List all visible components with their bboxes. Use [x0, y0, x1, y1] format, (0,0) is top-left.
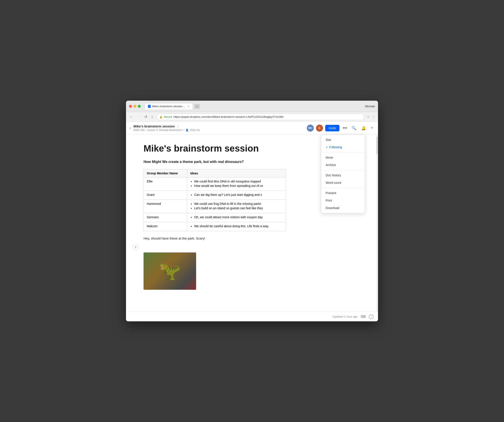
address-field[interactable]: 🔒 Secure https://paper.dropbox.com/doc/M…: [156, 114, 364, 120]
table-cell-name: Ellie: [144, 177, 187, 191]
add-block-container: +: [144, 244, 359, 250]
back-nav-button[interactable]: ‹: [130, 126, 131, 130]
menu-item-following[interactable]: Following: [321, 143, 365, 151]
tab-favicon: [148, 105, 151, 108]
table-row: Ellie We could find dino DNA in old mosq…: [144, 177, 286, 191]
search-icon: 🔍: [352, 126, 356, 130]
privacy-icon: 👤: [186, 129, 189, 132]
menu-item-doc-history[interactable]: Doc history: [321, 171, 365, 179]
maximize-traffic-light[interactable]: [138, 105, 141, 108]
scrollbar-thumb[interactable]: [377, 137, 378, 154]
forward-button[interactable]: →: [136, 115, 141, 119]
tab-title: Mike's brainstorm session – D: [152, 105, 185, 108]
table-row: Malcom We should be careful about doing …: [144, 222, 286, 231]
traffic-lights: [129, 105, 141, 108]
table-row: Hammond We could use frog DNA to fill in…: [144, 200, 286, 213]
notification-button[interactable]: 🔔: [360, 125, 367, 131]
browser-tab[interactable]: Mike's brainstorm session – D ×: [145, 103, 193, 110]
invite-button[interactable]: Invite: [325, 125, 339, 131]
menu-item-present[interactable]: Present: [321, 189, 365, 197]
tab-close-button[interactable]: ×: [188, 105, 190, 108]
menu-item-word-count[interactable]: Word count: [321, 179, 365, 186]
dinosaur-emoji: 🦖: [159, 261, 181, 281]
updated-timestamp: Updated 1 hour ago: [332, 315, 358, 318]
bullet-separator: •: [183, 128, 184, 132]
title-bar: Mike's brainstorm session – D × + Michae…: [126, 101, 378, 112]
document-paragraph: Hey, should have these at the park. Scar…: [144, 236, 359, 240]
star-icon[interactable]: ☆: [176, 125, 179, 128]
new-tab-button[interactable]: +: [194, 104, 200, 109]
secure-icon: 🔒: [159, 115, 162, 118]
table-cell-ideas: We could use frog DNA to fill in the mis…: [187, 200, 286, 213]
notification-icon: 🔔: [361, 126, 366, 130]
doc-subtitle: DMD 100 - Lesson 2: Develop Brainstorm •…: [133, 128, 307, 132]
table-row: Gennaro Oh, we could attract more visito…: [144, 213, 286, 222]
menu-item-star[interactable]: Star: [321, 136, 365, 143]
menu-divider-3: [321, 188, 365, 188]
avatar-g[interactable]: G: [316, 125, 323, 132]
privacy-label: Only me: [190, 128, 200, 132]
add-button[interactable]: +: [369, 125, 374, 131]
url-text: https://paper.dropbox.com/doc/Mikes-brai…: [174, 115, 283, 118]
menu-item-archive[interactable]: Archive: [321, 161, 365, 169]
table-header-ideas: Ideas: [187, 169, 286, 177]
breadcrumb: DMD 100 - Lesson 2: Develop Brainstorm: [133, 128, 182, 132]
table-cell-name: Gennaro: [144, 213, 187, 222]
table-header-name: Group Member Name: [144, 169, 187, 177]
tab-area: Mike's brainstorm session – D × +: [145, 103, 363, 110]
browser-menu-button[interactable]: ⋮: [372, 115, 375, 119]
home-button[interactable]: ⌂: [150, 115, 154, 119]
address-bar: ← → ↺ ⌂ 🔒 Secure https://paper.dropbox.c…: [126, 112, 378, 122]
search-button[interactable]: 🔍: [350, 125, 358, 131]
table-cell-name: Grant: [144, 191, 187, 200]
help-icon[interactable]: ?: [369, 314, 374, 319]
minimize-traffic-light[interactable]: [133, 105, 136, 108]
app-header: ‹ Mike's brainstorm session ☆ DMD 100 - …: [126, 122, 378, 135]
dropdown-menu: Star Following Move Archive Doc history …: [321, 135, 365, 213]
table-cell-ideas: We should be careful about doing this. L…: [187, 222, 286, 231]
doc-info: Mike's brainstorm session ☆ DMD 100 - Le…: [133, 124, 307, 132]
dinosaur-image: 🦖: [144, 252, 196, 290]
content-footer: Updated 1 hour ago ⌨ ?: [126, 312, 378, 321]
more-options-button[interactable]: •••: [342, 125, 348, 131]
table-cell-ideas: Oh, we could attract more visitors with …: [187, 213, 286, 222]
browser-window: Mike's brainstorm session – D × + Michae…: [126, 101, 378, 321]
keyboard-icon[interactable]: ⌨: [361, 315, 366, 319]
menu-item-print[interactable]: Print: [321, 197, 365, 204]
menu-divider-1: [321, 152, 365, 153]
avatar-mc[interactable]: MC: [307, 125, 314, 132]
user-name: Michael: [365, 105, 375, 108]
menu-divider-2: [321, 170, 365, 170]
doc-title-row: Mike's brainstorm session ☆: [133, 124, 307, 128]
brainstorm-table: Group Member Name Ideas Ellie We could f…: [144, 169, 286, 231]
secure-label: Secure: [164, 115, 172, 118]
back-button[interactable]: ←: [129, 115, 134, 119]
plus-icon: +: [371, 126, 373, 130]
menu-item-download[interactable]: Download: [321, 204, 365, 212]
menu-item-move[interactable]: Move: [321, 154, 365, 161]
refresh-button[interactable]: ↺: [144, 114, 148, 119]
add-block-button[interactable]: +: [132, 244, 139, 250]
bookmark-button[interactable]: ☆: [367, 115, 370, 119]
table-cell-name: Malcom: [144, 222, 187, 231]
table-cell-ideas: Can we dig them up? Let's just start dig…: [187, 191, 286, 200]
scrollbar[interactable]: [376, 135, 378, 312]
doc-title: Mike's brainstorm session: [133, 124, 175, 128]
close-traffic-light[interactable]: [129, 105, 132, 108]
table-row: Grant Can we dig them up? Let's just sta…: [144, 191, 286, 200]
header-actions: MC G Invite ••• 🔍 🔔 +: [307, 125, 374, 132]
table-cell-ideas: We could find dino DNA in old mosquitos …: [187, 177, 286, 191]
table-cell-name: Hammond: [144, 200, 187, 213]
